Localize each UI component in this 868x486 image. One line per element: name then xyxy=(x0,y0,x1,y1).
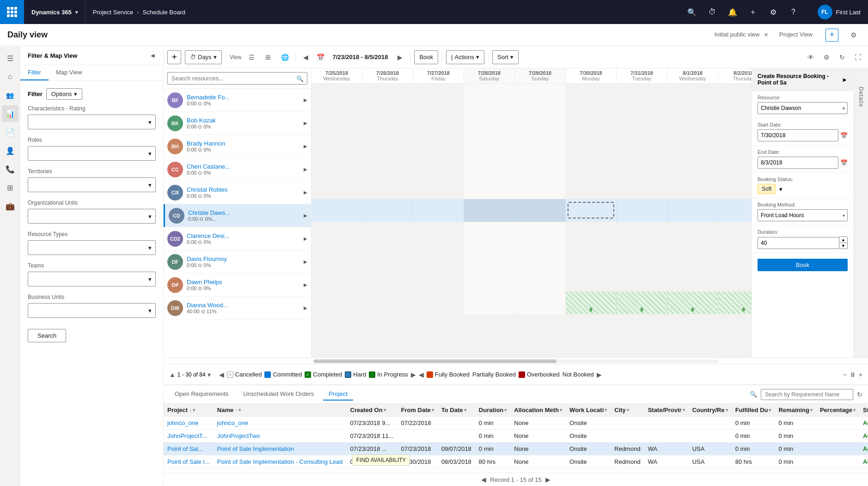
scrollbar-thumb[interactable] xyxy=(313,359,556,363)
prev-legend-button[interactable]: ◀ xyxy=(419,371,424,378)
zoom-in-button[interactable]: + xyxy=(859,371,862,378)
next-record-button[interactable]: ▶ xyxy=(545,476,550,483)
toolbar-settings-icon[interactable]: ⚙ xyxy=(820,51,833,64)
expand-down-icon[interactable]: ▾ xyxy=(208,371,211,378)
grid-view-icon[interactable]: ⊞ xyxy=(262,51,275,64)
calendar-icon[interactable]: 📅 xyxy=(840,132,848,139)
resource-select[interactable]: Christie Dawson xyxy=(758,102,848,114)
resource-row[interactable]: CD2 Clarence Desi... 0:00 ⊙ 0% ▶ xyxy=(164,227,311,250)
resource-row[interactable]: DP Dawn Phelps 0:00 ⊙ 0% ▶ xyxy=(164,273,311,297)
user-menu[interactable]: FL First Last xyxy=(810,5,868,19)
next-legend-button[interactable]: ▶ xyxy=(597,371,602,378)
prev-date-button[interactable]: ◀ xyxy=(299,51,312,64)
col-allocation[interactable]: Allocation Meth ▾ xyxy=(510,404,566,417)
waffle-button[interactable] xyxy=(0,0,24,24)
sidebar-home-icon[interactable]: ⌂ xyxy=(2,68,18,85)
name-link[interactable]: JohnProjectTwo xyxy=(217,432,260,439)
filter-options-button[interactable]: Options ▾ xyxy=(46,88,82,100)
expand-icon[interactable]: ▶ xyxy=(304,190,307,195)
add-nav-icon[interactable]: ＋ xyxy=(744,3,762,21)
tab-map-view[interactable]: Map View xyxy=(49,65,90,80)
col-fulfilled[interactable]: Fulfilled Du ▾ xyxy=(732,404,775,417)
fullscreen-icon[interactable]: ⛶ xyxy=(851,51,864,64)
tab-filter[interactable]: Filter xyxy=(20,65,49,80)
sidebar-menu-icon[interactable]: ☰ xyxy=(2,50,18,67)
business-units-dropdown[interactable]: ▾ xyxy=(28,303,156,318)
expand-icon[interactable]: ▶ xyxy=(304,97,307,103)
recent-icon[interactable]: ⏱ xyxy=(703,3,721,21)
expand-pager-button[interactable]: ▲ xyxy=(169,371,176,378)
sidebar-briefcase-icon[interactable]: 💼 xyxy=(2,198,18,214)
status-caret-icon[interactable]: ▾ xyxy=(779,186,782,193)
book-button[interactable]: Book xyxy=(414,50,438,64)
resource-row-christie[interactable]: CD Christie Daws... 0:00 ⊙ 0%... ▶ xyxy=(164,204,311,227)
resource-row-dianna[interactable]: DW Dianna Wood... 40:00 ⊙ 11% ▶ xyxy=(164,297,311,320)
horizontal-scrollbar[interactable] xyxy=(164,358,868,364)
notifications-icon[interactable]: 🔔 xyxy=(723,3,742,21)
col-project[interactable]: Project ↕▾ xyxy=(164,404,214,417)
resource-row[interactable]: CR Christal Robles 0:00 ⊙ 0% ▶ xyxy=(164,181,311,204)
col-percentage[interactable]: Percentage ▾ xyxy=(816,404,859,417)
resource-row[interactable]: BK Bob Kozak 0:00 ⊙ 0% ▶ xyxy=(164,112,311,135)
territories-dropdown[interactable]: ▾ xyxy=(28,177,156,192)
col-state[interactable]: State/Provir ▾ xyxy=(644,404,689,417)
col-work-loc[interactable]: Work Locati ▾ xyxy=(566,404,611,417)
expand-icon[interactable]: ▶ xyxy=(304,305,307,310)
booking-method-select[interactable]: Front Load Hours xyxy=(758,209,848,221)
next-page-button[interactable]: ▶ xyxy=(411,371,416,378)
name-link[interactable]: johnco_one xyxy=(217,419,248,426)
col-to-date[interactable]: To Date ▾ xyxy=(438,404,475,417)
col-country[interactable]: Country/Re ▾ xyxy=(689,404,732,417)
characteristics-dropdown[interactable]: ▾ xyxy=(28,115,156,129)
search-button[interactable]: Search xyxy=(28,329,66,342)
expand-icon[interactable]: ▶ xyxy=(304,282,307,287)
expand-icon[interactable]: ▶ xyxy=(304,213,307,218)
col-status[interactable]: Status ▾ xyxy=(859,404,868,417)
requirement-search-input[interactable] xyxy=(761,389,853,400)
settings-nav-icon[interactable]: ⚙ xyxy=(764,3,782,21)
duration-decrement-button[interactable]: ▼ xyxy=(839,243,847,249)
expand-icon[interactable]: ▶ xyxy=(304,144,307,149)
project-link[interactable]: Point of Sale I... xyxy=(167,458,210,465)
actions-button[interactable]: | Actions ▾ xyxy=(446,50,484,64)
sidebar-document-icon[interactable]: 📄 xyxy=(2,124,18,140)
project-link[interactable]: Point of Sal... xyxy=(167,445,203,452)
roles-dropdown[interactable]: ▾ xyxy=(28,146,156,161)
prev-page-button[interactable]: ◀ xyxy=(219,371,224,378)
duration-increment-button[interactable]: ▲ xyxy=(839,237,847,243)
zoom-out-button[interactable]: − xyxy=(843,371,847,378)
tab-open-requirements[interactable]: Open Requirements xyxy=(169,388,234,401)
eye-icon[interactable]: 👁 xyxy=(804,51,817,64)
expand-icon[interactable]: ▶ xyxy=(304,259,307,264)
next-date-button[interactable]: ▶ xyxy=(393,51,406,64)
close-tab-icon[interactable]: ✕ xyxy=(764,32,768,37)
refresh-bottom-icon[interactable]: ↻ xyxy=(857,391,862,398)
col-created-on[interactable]: Created On ▾ xyxy=(347,404,397,417)
sidebar-grid-icon[interactable]: ⊞ xyxy=(2,179,18,196)
col-city[interactable]: City ▾ xyxy=(611,404,644,417)
help-nav-icon[interactable]: ? xyxy=(784,3,803,21)
duration-input[interactable] xyxy=(758,237,839,249)
sort-button[interactable]: Sort ▾ xyxy=(492,50,519,64)
sidebar-person-icon[interactable]: 👤 xyxy=(2,142,18,159)
list-view-icon[interactable]: ☰ xyxy=(245,51,258,64)
org-units-dropdown[interactable]: ▾ xyxy=(28,209,156,224)
pause-button[interactable]: ⏸ xyxy=(850,371,856,378)
expand-icon[interactable]: ▶ xyxy=(304,236,307,241)
resource-row[interactable]: BH Brady Hannon 0:00 ⊙ 0% ▶ xyxy=(164,135,311,158)
add-row-button[interactable]: ＋ xyxy=(167,50,181,64)
col-name[interactable]: Name ↑▾ xyxy=(214,404,347,417)
filter-collapse-icon[interactable]: ◄ xyxy=(149,52,156,59)
add-view-button[interactable]: + xyxy=(825,29,838,42)
end-date-input[interactable] xyxy=(758,157,838,169)
sidebar-chart-icon[interactable]: 📊 xyxy=(2,105,18,122)
project-link[interactable]: JohnProjectT... xyxy=(167,432,207,439)
prev-record-button[interactable]: ◀ xyxy=(481,476,486,483)
days-view-button[interactable]: ⏱ Days ▾ xyxy=(185,50,222,64)
tab-initial-public-view[interactable]: Initial public view ✕ xyxy=(709,28,774,42)
resource-types-dropdown[interactable]: ▾ xyxy=(28,240,156,255)
tab-project-view[interactable]: Project View xyxy=(774,28,818,42)
name-link[interactable]: Point of Sale Implementation - Consultin… xyxy=(217,458,343,465)
tab-project[interactable]: Project xyxy=(323,388,353,401)
start-date-input[interactable] xyxy=(758,129,838,141)
